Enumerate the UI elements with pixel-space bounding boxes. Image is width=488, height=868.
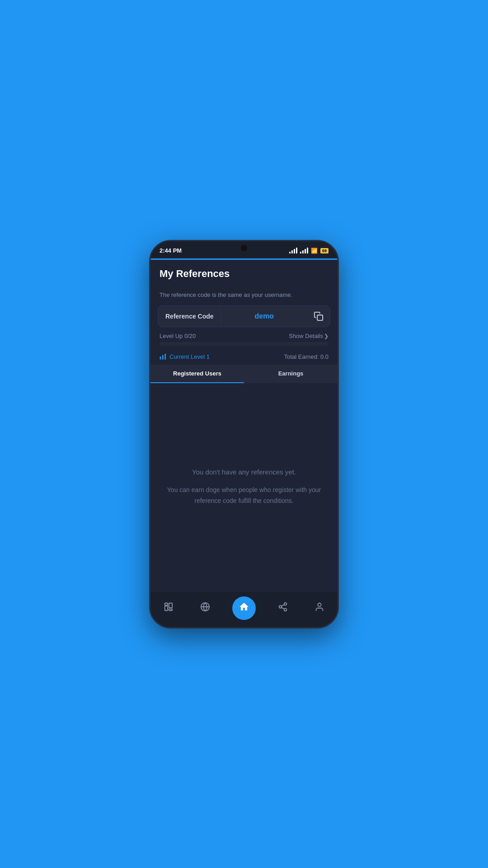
bottom-navigation (150, 592, 338, 627)
nav-item-share[interactable] (273, 600, 292, 616)
power-button-2 (338, 325, 339, 350)
svg-rect-5 (165, 606, 168, 610)
globe-icon (200, 602, 210, 614)
phone-screen: 2:44 PM 📶 (150, 241, 338, 627)
svg-line-13 (282, 607, 284, 609)
svg-point-15 (318, 603, 321, 606)
signal-bar-7 (305, 249, 306, 253)
signal-bar-4 (296, 248, 297, 253)
signal-bars-2 (300, 248, 308, 253)
signal-bar-1 (289, 252, 291, 253)
svg-rect-6 (169, 603, 172, 608)
status-time: 2:44 PM (160, 247, 182, 254)
svg-line-14 (282, 605, 284, 606)
signal-bar-3 (294, 249, 295, 253)
bar-chart-icon (160, 353, 167, 360)
wifi-icon: 📶 (311, 248, 318, 254)
current-level-label: Current Level 1 (160, 353, 210, 360)
copy-button[interactable] (307, 306, 330, 327)
volume-button (149, 314, 150, 332)
nav-item-menu[interactable] (159, 600, 178, 616)
signal-bars-1 (289, 248, 297, 253)
camera-notch (241, 245, 247, 251)
tab-registered-users[interactable]: Registered Users (150, 365, 244, 383)
signal-bar-8 (307, 248, 308, 253)
reference-code-label: Reference Code (158, 306, 221, 326)
reference-code-box: Reference Code demo (158, 305, 330, 327)
current-level-text: Current Level 1 (169, 353, 210, 360)
home-icon (239, 601, 249, 615)
profile-icon (314, 602, 324, 614)
tab-earnings[interactable]: Earnings (244, 365, 338, 383)
chevron-right-icon: ❯ (324, 333, 328, 339)
menu-icon (164, 602, 174, 614)
empty-state: You don't have any references yet. You c… (150, 383, 338, 592)
main-content: The reference code is the same as your u… (150, 286, 338, 592)
svg-rect-2 (162, 355, 164, 360)
copy-icon (314, 311, 324, 321)
status-right: 📶 69 (289, 248, 328, 254)
nav-item-home[interactable] (232, 596, 256, 620)
svg-rect-1 (160, 357, 161, 360)
svg-rect-4 (165, 603, 168, 605)
signal-bar-5 (300, 252, 301, 253)
svg-rect-3 (164, 354, 166, 360)
current-level-row: Current Level 1 Total Earned: 0.0 (150, 350, 338, 365)
tab-bar: Registered Users Earnings (150, 365, 338, 383)
empty-description: You can earn doge when people who regist… (164, 485, 324, 507)
description-text: The reference code is the same as your u… (150, 286, 338, 306)
level-up-text: Level Up 0/20 (160, 333, 196, 339)
nav-item-profile[interactable] (310, 600, 329, 616)
total-earned-text: Total Earned: 0.0 (284, 353, 328, 360)
phone-device: 2:44 PM 📶 (149, 240, 339, 629)
svg-rect-0 (317, 315, 323, 320)
power-button (338, 305, 339, 318)
level-up-row: Level Up 0/20 Show Details ❯ (150, 327, 338, 342)
nav-item-global[interactable] (196, 600, 215, 616)
signal-bar-6 (302, 250, 304, 253)
level-progress-bar (160, 342, 328, 346)
show-details-button[interactable]: Show Details ❯ (289, 333, 328, 339)
page-title: My References (160, 268, 328, 280)
battery-indicator: 69 (320, 248, 328, 253)
reference-code-value: demo (221, 306, 307, 327)
page-header: My References (150, 260, 338, 286)
svg-rect-7 (169, 609, 172, 611)
status-bar: 2:44 PM 📶 (150, 241, 338, 258)
empty-title: You don't have any references yet. (192, 468, 296, 476)
signal-bar-2 (291, 250, 293, 253)
share-icon (278, 602, 288, 614)
show-details-label: Show Details (289, 333, 323, 339)
